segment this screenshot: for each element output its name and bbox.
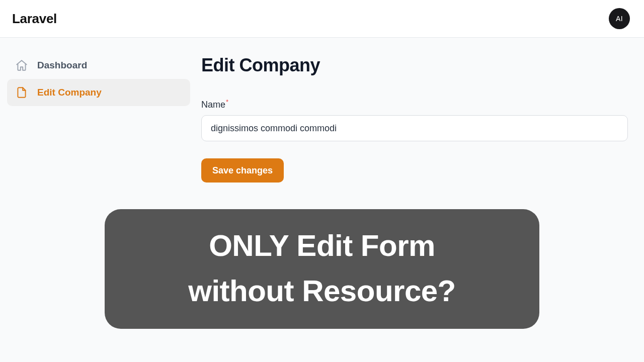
page-title: Edit Company — [201, 55, 628, 76]
name-input[interactable] — [201, 115, 628, 141]
caption-line-1: ONLY Edit Form — [125, 223, 519, 268]
avatar[interactable]: AI — [609, 8, 630, 29]
topbar: Laravel AI — [0, 0, 644, 38]
document-icon — [15, 86, 28, 99]
form-field-name: Name* — [201, 98, 628, 141]
required-mark: * — [226, 98, 228, 106]
main-content: Edit Company Name* Save changes — [201, 52, 644, 183]
save-button[interactable]: Save changes — [201, 158, 284, 183]
sidebar-item-edit-company[interactable]: Edit Company — [7, 79, 190, 106]
caption-overlay: ONLY Edit Form without Resource? — [105, 209, 539, 329]
sidebar: Dashboard Edit Company — [0, 52, 201, 183]
caption-line-2: without Resource? — [125, 268, 519, 314]
sidebar-item-dashboard[interactable]: Dashboard — [7, 52, 190, 79]
home-icon — [15, 59, 28, 72]
name-label: Name* — [201, 98, 228, 110]
brand-logo[interactable]: Laravel — [12, 11, 57, 27]
sidebar-item-label: Edit Company — [37, 87, 102, 98]
sidebar-item-label: Dashboard — [37, 60, 87, 71]
name-label-text: Name — [201, 100, 225, 110]
